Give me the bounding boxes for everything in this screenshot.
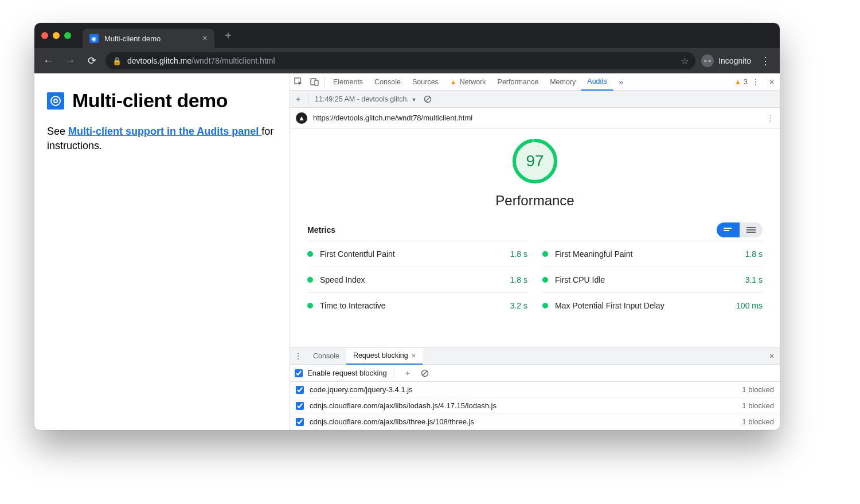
page-title: Multi-client demo	[72, 89, 228, 112]
status-dot-icon	[307, 251, 313, 257]
add-pattern-button[interactable]: ＋	[401, 368, 414, 378]
metric-row[interactable]: Time to Interactive3.2 s	[307, 292, 527, 318]
back-button[interactable]: ←	[40, 53, 56, 69]
address-bar[interactable]: 🔒 devtools.glitch.me/wndt78/multiclient.…	[105, 52, 695, 69]
forward-button[interactable]: →	[62, 53, 78, 69]
close-window-button[interactable]	[41, 32, 48, 39]
block-pattern-row[interactable]: code.jquery.com/jquery-3.4.1.js1 blocked	[290, 382, 780, 398]
page-content: Multi-client demo See Multi-client suppo…	[34, 73, 290, 430]
metric-name: First Meaningful Paint	[555, 249, 738, 259]
blocked-count: 1 blocked	[742, 385, 774, 394]
audit-select[interactable]: 11:49:25 AM - devtools.glitch. ▼	[311, 95, 420, 103]
new-audit-button[interactable]: ＋	[290, 94, 306, 104]
page-paragraph: See Multi-client support in the Audits p…	[47, 124, 277, 153]
remove-all-patterns-button[interactable]	[419, 369, 431, 377]
incognito-icon: 👓	[701, 54, 714, 67]
tab-console[interactable]: Console	[369, 73, 406, 90]
performance-gauge[interactable]: 97 Performance	[307, 138, 763, 209]
status-dot-icon	[307, 303, 313, 308]
tab-network[interactable]: ▲Network	[444, 73, 492, 90]
pattern-checkbox[interactable]	[296, 402, 304, 410]
view-expanded-button[interactable]	[740, 222, 763, 237]
browser-toolbar: ← → ⟳ 🔒 devtools.glitch.me/wndt78/multic…	[34, 48, 780, 73]
svg-line-14	[423, 371, 427, 376]
metric-name: Max Potential First Input Delay	[555, 301, 729, 310]
metric-row[interactable]: First Contentful Paint1.8 s	[307, 241, 527, 267]
tab-performance[interactable]: Performance	[492, 73, 545, 90]
drawer-tabbar: ⋮ Console Request blocking × ×	[290, 347, 780, 365]
close-tab-button[interactable]: ×	[202, 33, 208, 44]
inspect-element-icon[interactable]	[290, 77, 306, 86]
more-tabs-button[interactable]: »	[613, 77, 629, 87]
devtools-settings-button[interactable]: ⋮	[748, 77, 764, 87]
tab-elements[interactable]: Elements	[327, 73, 369, 90]
drawer-menu-button[interactable]: ⋮	[290, 351, 306, 361]
metric-row[interactable]: First CPU Idle3.1 s	[542, 267, 763, 292]
devtools-close-button[interactable]: ×	[764, 77, 780, 87]
favicon-icon: ◉	[89, 34, 99, 43]
incognito-label: Incognito	[718, 56, 751, 65]
tab-sources[interactable]: Sources	[406, 73, 444, 90]
metric-row[interactable]: Max Potential First Input Delay100 ms	[542, 292, 763, 318]
window-controls	[41, 32, 71, 39]
new-tab-button[interactable]: +	[220, 27, 236, 45]
metric-value: 3.1 s	[745, 275, 763, 284]
metric-row[interactable]: Speed Index1.8 s	[307, 267, 527, 292]
incognito-badge[interactable]: 👓 Incognito	[701, 54, 751, 67]
metrics-heading: Metrics	[307, 225, 335, 235]
tab-strip: ◉ Multi-client demo × +	[34, 23, 780, 48]
enable-blocking-label: Enable request blocking	[307, 369, 387, 377]
pattern-text: cdnjs.cloudflare.com/ajax/libs/lodash.js…	[310, 401, 497, 410]
drawer-tab-console[interactable]: Console	[306, 347, 346, 364]
metric-value: 1.8 s	[745, 249, 763, 259]
request-blocking-toolbar: Enable request blocking ＋	[290, 365, 780, 382]
pattern-checkbox[interactable]	[296, 418, 304, 426]
pattern-checkbox[interactable]	[296, 386, 304, 394]
status-dot-icon	[542, 277, 548, 283]
gauge-score: 97	[511, 138, 558, 185]
tab-audits[interactable]: Audits	[581, 74, 613, 91]
fullscreen-window-button[interactable]	[64, 32, 71, 39]
audits-report: 97 Performance Metrics First	[290, 128, 780, 347]
metric-value: 100 ms	[736, 301, 763, 310]
metric-value: 1.8 s	[510, 249, 527, 259]
tab-memory[interactable]: Memory	[544, 73, 581, 90]
page-logo-icon	[47, 92, 64, 110]
block-pattern-row[interactable]: cdnjs.cloudflare.com/ajax/libs/three.js/…	[290, 414, 780, 430]
minimize-window-button[interactable]	[53, 32, 60, 39]
report-url: https://devtools.glitch.me/wndt78/multic…	[313, 114, 472, 122]
lighthouse-icon: ▲	[296, 112, 307, 124]
status-dot-icon	[307, 277, 313, 283]
browser-window: ◉ Multi-client demo × + ← → ⟳ 🔒 devtools…	[34, 23, 780, 430]
enable-blocking-checkbox[interactable]	[295, 369, 303, 377]
browser-tab[interactable]: ◉ Multi-client demo ×	[83, 29, 214, 48]
devtools-panel: Elements Console Sources ▲Network Perfor…	[290, 73, 780, 430]
clear-audits-button[interactable]	[420, 95, 436, 103]
chevron-down-icon: ▼	[410, 97, 416, 103]
metric-name: First CPU Idle	[555, 275, 738, 284]
drawer-close-button[interactable]: ×	[764, 351, 780, 361]
metric-value: 3.2 s	[510, 301, 527, 310]
blocked-count: 1 blocked	[742, 401, 774, 410]
device-toolbar-icon[interactable]	[306, 77, 322, 86]
page-link[interactable]: Multi-client support in the Audits panel	[68, 126, 261, 137]
warning-icon: ▲	[734, 78, 741, 86]
report-url-row: ▲ https://devtools.glitch.me/wndt78/mult…	[290, 108, 780, 128]
svg-line-4	[426, 97, 431, 101]
warnings-badge[interactable]: ▲3	[734, 78, 748, 86]
bookmark-star-icon[interactable]: ☆	[681, 56, 689, 67]
metric-row[interactable]: First Meaningful Paint1.8 s	[542, 241, 763, 267]
pattern-text: code.jquery.com/jquery-3.4.1.js	[310, 385, 413, 394]
close-icon[interactable]: ×	[412, 351, 416, 360]
view-condensed-button[interactable]	[717, 222, 740, 237]
blocked-count: 1 blocked	[742, 417, 774, 426]
status-dot-icon	[542, 251, 548, 257]
block-pattern-row[interactable]: cdnjs.cloudflare.com/ajax/libs/lodash.js…	[290, 398, 780, 414]
reload-button[interactable]: ⟳	[84, 53, 100, 69]
drawer-tab-request-blocking[interactable]: Request blocking ×	[346, 348, 423, 365]
metric-value: 1.8 s	[510, 275, 527, 284]
metric-name: Time to Interactive	[320, 301, 503, 310]
devtools-tabbar: Elements Console Sources ▲Network Perfor…	[290, 73, 780, 91]
report-menu-button[interactable]: ⋮	[767, 114, 774, 122]
browser-menu-button[interactable]: ⋮	[757, 54, 774, 67]
